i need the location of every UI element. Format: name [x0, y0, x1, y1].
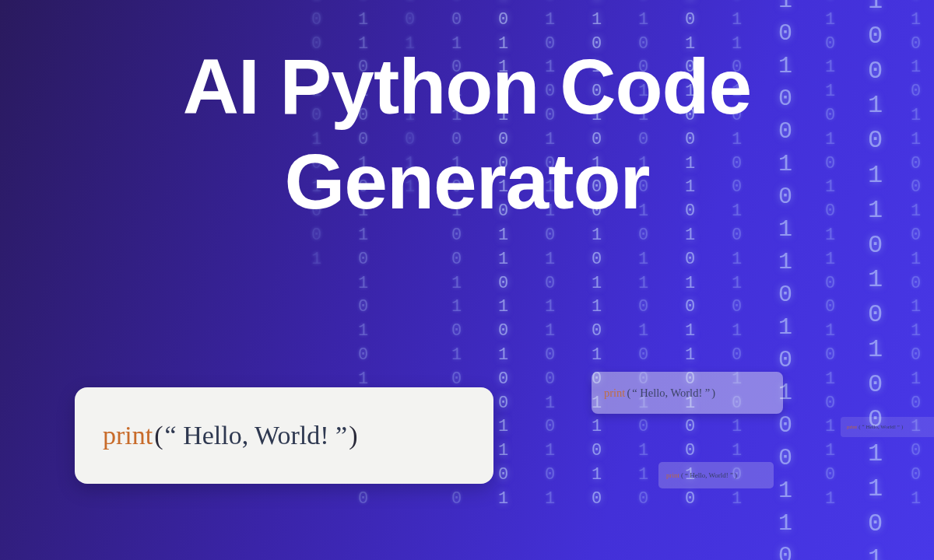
code-snippet-card-secondary: print ( “ Hello, World! ” ) [592, 372, 783, 414]
code-keyword: print [604, 387, 625, 400]
code-string: “ Hello, World! ” [165, 421, 348, 450]
code-snippet-card-tertiary: print ( “ Hello, World! ” ) [658, 462, 774, 488]
code-keyword: print [103, 421, 153, 450]
code-keyword: print [666, 471, 679, 479]
code-string: “ Hello, World! ” [685, 471, 733, 479]
code-open-paren: ( [153, 421, 164, 450]
code-close-paren: ) [733, 471, 739, 479]
code-open-paren: ( [625, 387, 632, 400]
code-close-paren: ) [347, 421, 359, 450]
code-close-paren: ) [900, 424, 904, 430]
hero-title-line-2: Generator [285, 138, 650, 225]
hero-title-line-1: AI Python Code [183, 43, 751, 130]
code-snippet-card-quaternary: print ( “ Hello, World! ” ) [841, 417, 934, 437]
code-open-paren: ( [679, 471, 685, 479]
code-close-paren: ) [710, 387, 717, 400]
code-string: “ Hello, World! ” [632, 387, 710, 400]
hero-title: AI Python Code Generator [0, 39, 934, 229]
code-snippet-card-primary: print ( “ Hello, World! ” ) [75, 387, 493, 484]
code-string: “ Hello, World! ” [862, 424, 900, 430]
code-keyword: print [847, 424, 857, 430]
